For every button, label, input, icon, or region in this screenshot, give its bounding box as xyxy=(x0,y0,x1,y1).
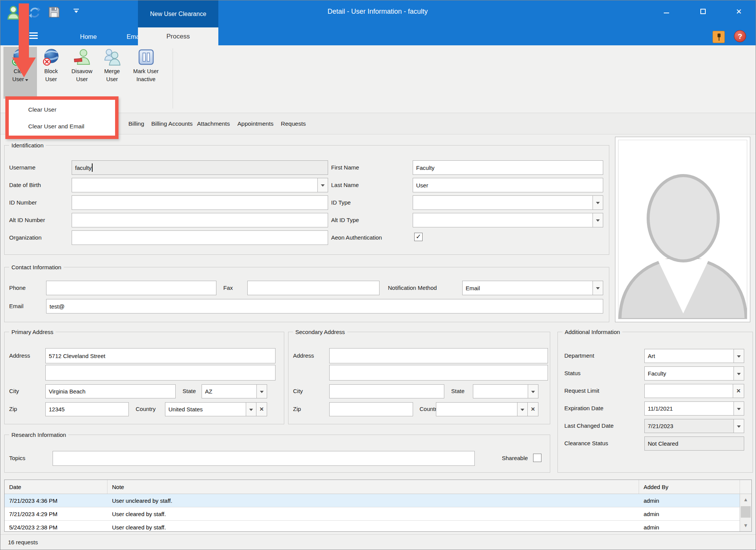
table-row[interactable]: 7/21/2023 4:29 PM User cleared by staff.… xyxy=(5,507,740,521)
alt-id-type-combo[interactable] xyxy=(413,213,603,227)
tab-attachments[interactable]: Attachments xyxy=(197,118,230,129)
menu-item-clear-user[interactable]: Clear User xyxy=(9,103,115,117)
merge-user-button[interactable]: Merge User xyxy=(100,47,124,99)
secondary-country-clear-button[interactable]: ✕ xyxy=(527,402,538,416)
scroll-down-icon[interactable]: ▼ xyxy=(740,520,751,531)
disavow-user-button[interactable]: Disavow User xyxy=(65,47,99,99)
request-limit-clear-button[interactable]: ✕ xyxy=(733,384,744,398)
ribbon-separator xyxy=(173,48,173,109)
primary-zip-field[interactable]: 12345 xyxy=(45,402,129,416)
request-limit-field[interactable] xyxy=(644,384,733,398)
primary-address1-field[interactable]: 5712 Cleveland Street xyxy=(45,348,275,363)
notes-table-header: Date Note Added By xyxy=(5,480,751,494)
id-type-combo[interactable] xyxy=(413,195,603,210)
refresh-icon[interactable] xyxy=(29,6,41,19)
maximize-button[interactable] xyxy=(697,6,709,17)
primary-city-label: City xyxy=(9,388,19,394)
expiration-date-label: Expiration Date xyxy=(564,405,604,411)
id-number-field[interactable] xyxy=(72,195,328,210)
primary-address2-field[interactable] xyxy=(45,365,275,381)
block-user-button[interactable]: Block User xyxy=(38,47,64,99)
primary-country-clear-button[interactable]: ✕ xyxy=(256,402,267,416)
tab-process[interactable]: Process xyxy=(138,27,218,45)
menu-item-clear-user-and-email[interactable]: Clear User and Email xyxy=(9,120,115,133)
primary-city-field[interactable]: Virginia Beach xyxy=(45,384,176,398)
email-field[interactable]: test@ xyxy=(46,299,603,313)
chevron-down-icon xyxy=(528,385,538,398)
user-photo-frame[interactable] xyxy=(615,137,750,322)
tab-requests[interactable]: Requests xyxy=(281,118,306,129)
table-row[interactable]: 5/24/2023 2:38 PM User cleared by staff.… xyxy=(5,521,740,532)
fax-label: Fax xyxy=(223,285,233,291)
people-merge-icon xyxy=(104,48,120,66)
mark-user-inactive-button[interactable]: Mark User Inactive xyxy=(126,47,166,99)
tab-home[interactable]: Home xyxy=(77,32,100,42)
clearance-status-label: Clearance Status xyxy=(564,440,608,446)
chevron-down-icon xyxy=(593,213,603,227)
topics-field[interactable] xyxy=(53,451,475,466)
status-combo[interactable]: Faculty xyxy=(644,366,744,381)
shareable-checkbox[interactable] xyxy=(533,454,541,462)
chevron-down-icon xyxy=(517,403,527,416)
secondary-city-field[interactable] xyxy=(329,384,444,398)
column-header-date[interactable]: Date xyxy=(5,480,107,494)
pin-icon[interactable] xyxy=(713,31,725,43)
primary-country-combo[interactable]: United States xyxy=(165,402,256,416)
secondary-address-label: Address xyxy=(293,352,314,359)
last-name-field[interactable]: User xyxy=(413,178,603,192)
help-icon[interactable]: ? xyxy=(734,30,746,42)
chevron-down-icon xyxy=(734,419,744,433)
last-changed-date-label: Last Changed Date xyxy=(564,422,613,429)
status-label: Status xyxy=(564,370,581,376)
last-changed-date-combo[interactable]: 7/21/2023 xyxy=(644,419,744,433)
table-row[interactable]: 7/21/2023 4:36 PM User uncleared by staf… xyxy=(5,494,740,507)
chevron-down-icon xyxy=(734,402,744,415)
first-name-field[interactable]: Faculty xyxy=(413,160,603,175)
scroll-up-icon[interactable]: ▲ xyxy=(740,494,751,505)
secondary-address1-field[interactable] xyxy=(329,348,548,363)
expiration-date-combo[interactable]: 11/1/2021 xyxy=(644,401,744,416)
save-icon[interactable] xyxy=(48,6,60,18)
secondary-state-combo[interactable] xyxy=(473,384,538,398)
clearance-status-field: Not Cleared xyxy=(644,436,744,451)
close-button[interactable]: ✕ xyxy=(733,6,745,17)
secondary-zip-field[interactable] xyxy=(329,402,413,416)
globe-block-icon xyxy=(43,48,59,66)
department-combo[interactable]: Art xyxy=(644,349,744,363)
dob-combo[interactable] xyxy=(72,178,328,192)
qat-customize-icon[interactable] xyxy=(74,9,79,13)
secondary-zip-label: Zip xyxy=(293,406,301,412)
secondary-country-combo[interactable] xyxy=(436,402,528,416)
first-name-label: First Name xyxy=(331,164,359,171)
primary-state-combo[interactable]: AZ xyxy=(202,384,267,398)
primary-zip-label: Zip xyxy=(9,406,17,412)
column-header-note[interactable]: Note xyxy=(107,480,639,494)
notification-method-combo[interactable]: Email xyxy=(462,281,603,295)
secondary-city-label: City xyxy=(293,388,303,394)
contextual-tab-header[interactable]: New User Clearance xyxy=(138,0,218,27)
last-name-label: Last Name xyxy=(331,182,359,188)
tab-billing[interactable]: Billing xyxy=(128,118,144,129)
primary-country-label: Country xyxy=(136,406,156,412)
tab-appointments[interactable]: Appointments xyxy=(237,118,274,129)
column-header-added-by[interactable]: Added By xyxy=(639,480,740,494)
aeon-auth-checkbox[interactable]: ✓ xyxy=(414,233,423,241)
email-label: Email xyxy=(9,303,24,309)
person-minus-icon xyxy=(74,48,90,66)
minimize-button[interactable] xyxy=(660,6,673,17)
table-scrollbar[interactable]: ▲ ▼ xyxy=(740,494,751,531)
organization-field[interactable] xyxy=(72,230,328,245)
username-field[interactable]: faculty xyxy=(72,160,328,175)
request-limit-label: Request Limit xyxy=(564,387,599,394)
secondary-address2-field[interactable] xyxy=(329,365,548,381)
user-icon[interactable] xyxy=(7,5,20,20)
menu-icon[interactable] xyxy=(29,32,38,40)
tab-billing-accounts[interactable]: Billing Accounts xyxy=(151,118,193,129)
phone-field[interactable] xyxy=(46,281,216,295)
scroll-thumb[interactable] xyxy=(741,506,751,518)
chevron-down-icon xyxy=(734,349,744,363)
fax-field[interactable] xyxy=(247,281,380,295)
id-number-label: ID Number xyxy=(9,199,37,206)
aeon-auth-label: Aeon Authentication xyxy=(331,234,382,241)
alt-id-number-field[interactable] xyxy=(72,213,328,227)
